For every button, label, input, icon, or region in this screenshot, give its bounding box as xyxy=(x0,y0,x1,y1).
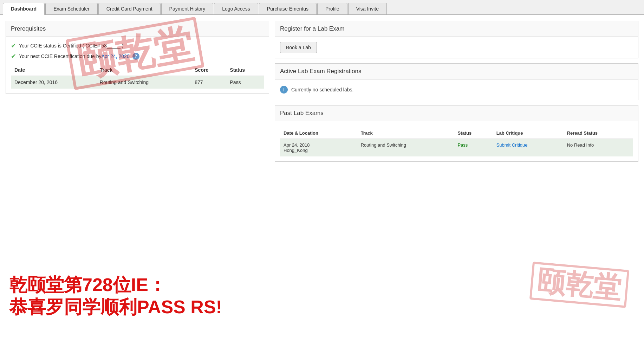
past-cell-reread: No Read Info xyxy=(564,139,633,157)
no-labs-message: i Currently no scheduled labs. xyxy=(280,84,633,95)
col-date-location: Date & Location xyxy=(280,128,357,139)
past-cell-track: Routing and Switching xyxy=(357,139,454,157)
col-status: Status xyxy=(226,64,264,76)
col-lab-critique: Lab Critique xyxy=(493,128,564,139)
prerequisites-table: Date Track Score Status December 20, 201… xyxy=(11,64,264,89)
left-panel: Prerequisites ✔ Your CCIE status is Cert… xyxy=(6,21,269,339)
right-panel-wrapper: Register for a Lab Exam Book a Lab Activ… xyxy=(275,21,638,339)
prerequisites-body: ✔ Your CCIE status is Certified ( CCIE# … xyxy=(6,37,269,94)
tab-payment-history[interactable]: Payment History xyxy=(161,3,214,14)
prereq-text-1: Your CCIE status is Certified ( CCIE# 58… xyxy=(19,43,124,49)
book-lab-button[interactable]: Book a Lab xyxy=(280,42,317,53)
prereq-item-1: ✔ Your CCIE status is Certified ( CCIE# … xyxy=(11,42,264,50)
table-header-row: Date Track Score Status xyxy=(11,64,264,76)
submit-critique-link[interactable]: Submit Critique xyxy=(496,142,528,148)
active-registrations-body: i Currently no scheduled labs. xyxy=(275,79,638,100)
past-lab-exams-body: Date & Location Track Status Lab Critiqu… xyxy=(275,121,638,161)
past-table-row: Apr 24, 2018 Hong_Kong Routing and Switc… xyxy=(280,139,633,157)
cell-date: December 20, 2016 xyxy=(11,76,96,89)
table-row: December 20, 2016 Routing and Switching … xyxy=(11,76,264,89)
prerequisites-title: Prerequisites xyxy=(6,21,269,37)
tab-credit-card-payment[interactable]: Credit Card Payment xyxy=(98,3,161,14)
past-cell-status: Pass xyxy=(454,139,493,157)
past-lab-exams-section: Past Lab Exams Date & Location Track Sta… xyxy=(275,105,638,162)
tab-exam-scheduler[interactable]: Exam Scheduler xyxy=(45,3,98,14)
check-icon-1: ✔ xyxy=(11,42,16,50)
active-registrations-title: Active Lab Exam Registrations xyxy=(275,64,638,79)
past-lab-table: Date & Location Track Status Lab Critiqu… xyxy=(280,128,633,156)
past-cell-critique: Submit Critique xyxy=(493,139,564,157)
cell-score: 877 xyxy=(191,76,226,89)
active-registrations-section: Active Lab Exam Registrations i Currentl… xyxy=(275,63,638,100)
past-lab-exams-title: Past Lab Exams xyxy=(275,105,638,121)
main-content: Prerequisites ✔ Your CCIE status is Cert… xyxy=(0,15,644,345)
cell-track: Routing and Switching xyxy=(96,76,191,89)
past-cell-date-location: Apr 24, 2018 Hong_Kong xyxy=(280,139,357,157)
prereq-text-2-prefix: Your next CCIE Recertification due by xyxy=(19,53,102,59)
register-lab-title: Register for a Lab Exam xyxy=(275,21,638,37)
cell-status: Pass xyxy=(226,76,264,89)
col-reread-status: Reread Status xyxy=(564,128,633,139)
col-track: Track xyxy=(357,128,454,139)
info-circle-icon: i xyxy=(280,86,288,94)
tab-purchase-emeritus[interactable]: Purchase Emeritus xyxy=(259,3,317,14)
right-panel: Register for a Lab Exam Book a Lab Activ… xyxy=(275,21,638,162)
register-lab-section: Register for a Lab Exam Book a Lab xyxy=(275,21,638,58)
celebration-text: 乾颐堂第728位IE： 恭喜罗同学顺利PASS RS! xyxy=(9,274,222,318)
col-date: Date xyxy=(11,64,96,76)
tab-dashboard[interactable]: Dashboard xyxy=(3,3,45,15)
tab-profile[interactable]: Profile xyxy=(317,3,347,14)
check-icon-2: ✔ xyxy=(11,52,16,60)
col-status: Status xyxy=(454,128,493,139)
tab-logo-access[interactable]: Logo Access xyxy=(214,3,258,14)
tab-visa-invite[interactable]: Visa Invite xyxy=(348,3,387,14)
celebration-line2: 恭喜罗同学顺利PASS RS! xyxy=(9,296,222,318)
status-pass: Pass xyxy=(457,142,468,148)
prereq-date-link[interactable]: Apr 24, 2020 xyxy=(102,53,130,59)
prereq-item-2: ✔ Your next CCIE Recertification due by … xyxy=(11,52,264,60)
past-location: Hong_Kong xyxy=(284,148,308,153)
prerequisites-section: Prerequisites ✔ Your CCIE status is Cert… xyxy=(6,21,269,94)
right-watermark: 颐乾堂 xyxy=(529,262,629,308)
register-lab-body: Book a Lab xyxy=(275,37,638,58)
col-track: Track xyxy=(96,64,191,76)
no-labs-text: Currently no scheduled labs. xyxy=(291,87,353,92)
past-table-header-row: Date & Location Track Status Lab Critiqu… xyxy=(280,128,633,139)
celebration-line1: 乾颐堂第728位IE： xyxy=(9,274,222,296)
col-score: Score xyxy=(191,64,226,76)
tab-bar: Dashboard Exam Scheduler Credit Card Pay… xyxy=(0,0,644,15)
info-icon[interactable]: ? xyxy=(132,53,139,60)
past-date: Apr 24, 2018 xyxy=(284,142,310,148)
